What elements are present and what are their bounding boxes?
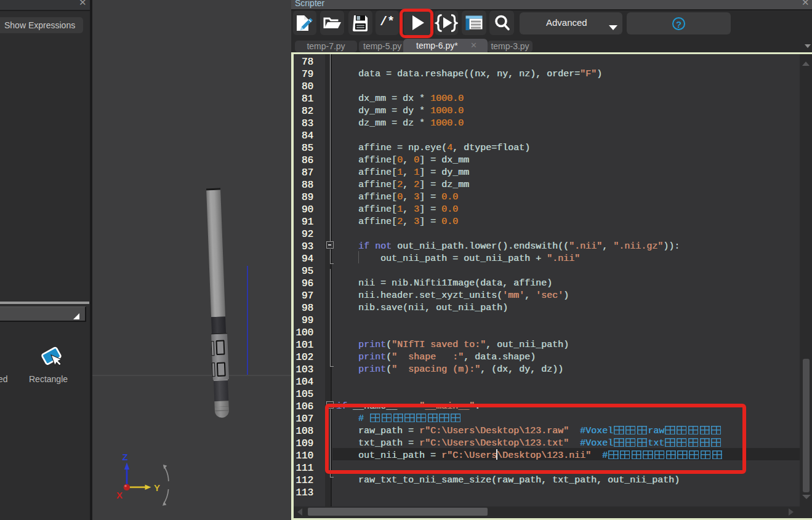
svg-text:Y: Y [154, 482, 160, 493]
svg-text:X: X [116, 490, 123, 500]
svg-text:Z: Z [123, 452, 128, 462]
